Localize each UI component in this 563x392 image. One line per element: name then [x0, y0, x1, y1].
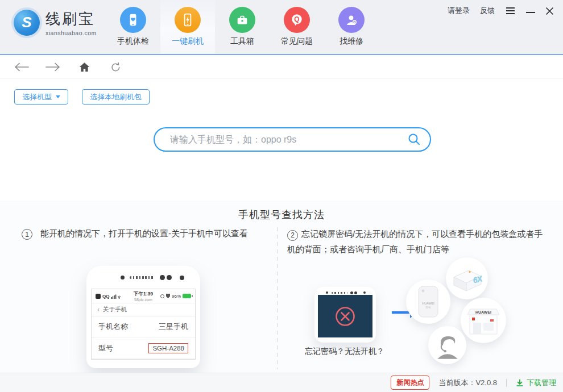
- back-button[interactable]: [14, 59, 30, 75]
- error-x-icon: [333, 305, 357, 328]
- step2-illustration: 忘记密码？无法开机？ 6X: [278, 226, 563, 373]
- back-chevron-icon: ‹: [97, 306, 100, 314]
- app-window: S 线刷宝 xianshuabao.com 手机体检: [0, 0, 563, 392]
- model-search: [154, 127, 431, 152]
- feedback-link[interactable]: 反馈: [480, 6, 495, 16]
- status-bar: 新闻热点 当前版本：V2.0.8 下载管理: [0, 373, 563, 392]
- phone-time: 下午1:39: [92, 291, 195, 298]
- download-icon: [516, 379, 524, 387]
- phone-name-row: 手机名称 三星手机: [92, 316, 195, 337]
- phone-back-circle: HUAWEI 型号: [406, 280, 450, 324]
- refresh-button[interactable]: [107, 59, 123, 75]
- app-header: S 线刷宝 xianshuabao.com 手机体检: [0, 0, 563, 55]
- close-icon[interactable]: [545, 7, 554, 15]
- support-person-circle: [428, 326, 466, 364]
- brand-name: 线刷宝: [45, 9, 97, 29]
- tab-label: 常见问题: [281, 36, 313, 47]
- tab-label: 一键刷机: [172, 36, 204, 47]
- packaging-box-circle: 6X: [446, 257, 488, 299]
- app-logo[interactable]: S 线刷宝 xianshuabao.com: [14, 9, 97, 36]
- svg-text:HUAWEI: HUAWEI: [422, 302, 434, 305]
- about-phone-nav: ‹ 关于手机: [92, 303, 195, 316]
- svg-text:Q: Q: [294, 15, 299, 23]
- phone-bezel: [86, 274, 200, 280]
- question-bubble-icon: Q: [284, 7, 310, 33]
- phone-screen: QQ 下午1:39 58pic.com: [91, 289, 196, 360]
- repair-person-icon: [338, 7, 365, 33]
- locked-phone-illustration: [314, 287, 376, 343]
- svg-text:型号: 型号: [425, 306, 432, 309]
- browser-toolbar: [0, 56, 563, 78]
- flash-phone-icon: [175, 7, 201, 33]
- tab-label: 工具箱: [230, 36, 254, 47]
- minimize-icon[interactable]: [526, 12, 535, 13]
- phone-site: 58pic.com: [92, 298, 195, 302]
- tab-toolbox[interactable]: 工具箱: [215, 0, 270, 54]
- download-manager-button[interactable]: 下载管理: [516, 378, 556, 388]
- action-row: 选择机型 选择本地刷机包: [14, 89, 150, 105]
- chevron-down-icon: [56, 95, 60, 98]
- window-controls: 请登录 反馈: [448, 5, 554, 17]
- phone-model-row: 型号 SGH-A288: [92, 337, 195, 359]
- locked-phone-caption: 忘记密码？无法开机？: [305, 347, 390, 357]
- version-label: 当前版本：V2.0.8: [438, 378, 497, 388]
- footer-divider: [506, 379, 507, 387]
- tab-repair[interactable]: 找维修: [324, 0, 379, 54]
- tab-label: 找维修: [340, 36, 363, 47]
- main-nav: 手机体检 一键刷机: [106, 0, 379, 54]
- error-screen: [318, 295, 372, 337]
- login-link[interactable]: 请登录: [448, 6, 470, 16]
- toolbox-icon: [229, 7, 255, 33]
- tab-phone-checkup[interactable]: 手机体检: [106, 0, 160, 54]
- news-hotspot-badge[interactable]: 新闻热点: [391, 376, 429, 390]
- model-lookup-guide: 手机型号查找方法 1 能开机的情况下，打开手机的设置-关于手机中可以查看: [0, 201, 563, 373]
- battery-icon: [183, 294, 191, 298]
- tab-one-key-flash[interactable]: 一键刷机: [160, 0, 215, 54]
- search-input[interactable]: [170, 135, 408, 145]
- svg-text:HUAWEI: HUAWEI: [475, 310, 491, 314]
- forward-button[interactable]: [45, 59, 61, 75]
- phone-heart-icon: [120, 7, 146, 33]
- guide-title: 手机型号查找方法: [0, 201, 563, 222]
- store-circle: HUAWEI: [461, 298, 506, 343]
- step1-number: 1: [22, 229, 32, 240]
- select-model-button[interactable]: 选择机型: [14, 89, 68, 105]
- tab-faq[interactable]: Q 常见问题: [270, 0, 324, 54]
- brand-domain: xianshuabao.com: [45, 30, 97, 36]
- tab-label: 手机体检: [117, 36, 149, 47]
- svg-text:6X: 6X: [473, 274, 484, 285]
- select-local-package-button[interactable]: 选择本地刷机包: [82, 89, 150, 105]
- step1-text: 1 能开机的情况下，打开手机的设置-关于手机中可以查看: [22, 228, 248, 239]
- menu-icon[interactable]: [505, 6, 516, 15]
- phone-settings-illustration: QQ 下午1:39 58pic.com: [86, 266, 200, 368]
- model-highlight-box: SGH-A288: [148, 343, 188, 353]
- search-icon[interactable]: [408, 133, 421, 146]
- phone-status-bar: QQ 下午1:39 58pic.com: [92, 289, 195, 303]
- logo-icon: S: [14, 10, 40, 36]
- home-button[interactable]: [76, 59, 92, 75]
